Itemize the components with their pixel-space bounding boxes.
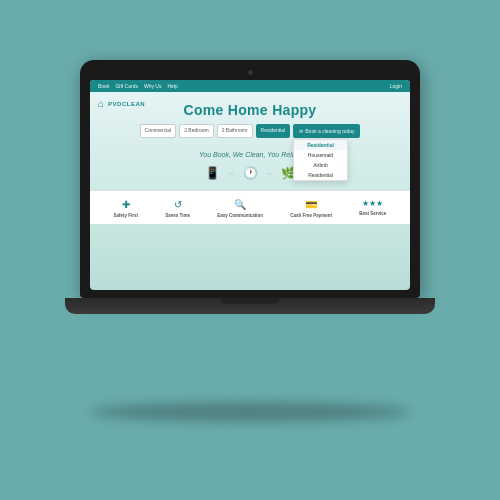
process-arrow-2: →	[266, 170, 273, 177]
process-arrow-1: →	[228, 170, 235, 177]
safety-icon: ✚	[122, 199, 130, 210]
book-label: Book a cleaning today	[305, 128, 354, 134]
logo-icon: ⌂	[98, 98, 104, 109]
type-select[interactable]: Residential	[256, 124, 291, 138]
commercial-select[interactable]: Commercial	[140, 124, 177, 138]
process-icon-2: 🕐	[243, 166, 258, 180]
nav-book[interactable]: Book	[98, 83, 109, 89]
form-row: Commercial 2 Bedroom 2 Bathroom Resident…	[100, 124, 400, 138]
feature-payment: 💳 Cash Free Payment	[290, 199, 332, 218]
process-icon-1: 📱	[205, 166, 220, 180]
safety-label: Safety First	[114, 213, 139, 218]
payment-icon: 💳	[305, 199, 317, 210]
logo-area: ⌂ PVDCLEAN	[98, 98, 145, 109]
hero-section: ⌂ PVDCLEAN Come Home Happy Commercial 2 …	[90, 92, 410, 143]
payment-label: Cash Free Payment	[290, 213, 332, 218]
feature-time: ↺ Saves Time	[165, 199, 190, 218]
laptop-screen: Book Gift Cards Why Us Help Login ⌂ PVDC…	[90, 80, 410, 290]
nav-left: Book Gift Cards Why Us Help	[98, 83, 178, 89]
feature-safety: ✚ Safety First	[114, 199, 139, 218]
dropdown-popup: Residential Housemaid Airbnb Residential	[293, 139, 348, 181]
dropdown-item-residential[interactable]: Residential	[294, 140, 347, 150]
laptop-base	[65, 298, 435, 314]
laptop-camera	[248, 70, 253, 75]
communication-label: Easy Communication	[217, 213, 263, 218]
service-label: Best Service	[359, 211, 386, 216]
feature-communication: 🔍 Easy Communication	[217, 199, 263, 218]
book-icon: ✉	[299, 128, 303, 134]
process-row: 📱 → 🕐 → 🌿	[90, 166, 410, 180]
laptop-wrapper: Book Gift Cards Why Us Help Login ⌂ PVDC…	[60, 60, 440, 440]
stars-icon: ★★★	[362, 199, 383, 208]
feature-service: ★★★ Best Service	[359, 199, 386, 218]
laptop-screen-outer: Book Gift Cards Why Us Help Login ⌂ PVDC…	[80, 60, 420, 298]
book-button[interactable]: ✉ Book a cleaning today	[293, 124, 360, 138]
laptop-shadow	[90, 402, 410, 422]
dropdown-item-residential2[interactable]: Residential	[294, 170, 347, 180]
time-label: Saves Time	[165, 213, 190, 218]
logo-text: PVDCLEAN	[108, 101, 145, 107]
dropdown-item-housemaid[interactable]: Housemaid	[294, 150, 347, 160]
nav-giftcards[interactable]: Gift Cards	[115, 83, 138, 89]
bathroom-select[interactable]: 2 Bathroom	[217, 124, 253, 138]
time-icon: ↺	[174, 199, 182, 210]
features-bar: ✚ Safety First ↺ Saves Time 🔍 Easy Commu…	[90, 190, 410, 224]
nav-help[interactable]: Help	[167, 83, 177, 89]
dropdown-item-airbnb[interactable]: Airbnb	[294, 160, 347, 170]
laptop-base-notch	[220, 298, 280, 304]
nav-whyus[interactable]: Why Us	[144, 83, 162, 89]
nav-bar: Book Gift Cards Why Us Help Login	[90, 80, 410, 92]
bedroom-select[interactable]: 2 Bedroom	[179, 124, 213, 138]
nav-login[interactable]: Login	[390, 83, 402, 89]
communication-icon: 🔍	[234, 199, 246, 210]
sub-hero-text: You Book, We Clean, You Relax.	[90, 151, 410, 158]
